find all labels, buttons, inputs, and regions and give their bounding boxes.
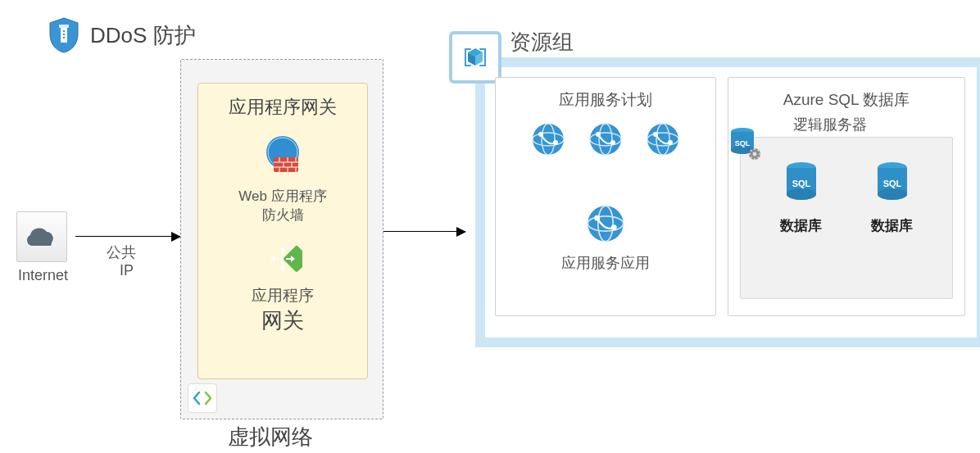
- svg-point-31: [647, 124, 678, 155]
- waf-icon: [198, 133, 367, 182]
- svg-text:SQL: SQL: [735, 139, 751, 147]
- svg-point-2: [63, 30, 65, 32]
- internet-label: Internet: [18, 267, 68, 284]
- database-item: SQL 数据库: [780, 161, 822, 235]
- logical-server-label: 逻辑服务器: [793, 115, 867, 134]
- database-label: 数据库: [871, 216, 913, 235]
- webapp-icon: [531, 122, 565, 156]
- resource-group-badge-icon: [449, 31, 501, 84]
- gateway-label-1: 应用程序: [198, 285, 367, 306]
- webapp-icon: [646, 122, 680, 156]
- app-service-app-icon: [496, 204, 715, 247]
- svg-point-21: [533, 124, 564, 155]
- webapp-row: [496, 122, 715, 156]
- database-item: SQL 数据库: [871, 161, 913, 235]
- resource-group-box: 资源组 应用服务计划 应用服务应用 Azure SQL 数据库: [475, 57, 980, 347]
- database-icon: SQL: [873, 161, 912, 206]
- logical-server-box: SQL 逻辑服务器 SQL 数据库: [740, 137, 953, 299]
- ddos-label: DDoS 防护: [90, 21, 196, 50]
- app-gateway-title: 应用程序网关: [198, 95, 367, 120]
- internet-tile: [16, 211, 67, 262]
- ddos-shield-icon: [48, 16, 80, 57]
- gateway-label-2: 网关: [198, 306, 367, 335]
- svg-point-58: [878, 188, 907, 200]
- webapp-icon: [588, 122, 623, 156]
- public-ip-label-1: 公共: [107, 242, 136, 262]
- sql-title: Azure SQL 数据库: [728, 89, 964, 111]
- waf-label-2: 防火墙: [198, 206, 367, 224]
- app-service-app-label: 应用服务应用: [496, 253, 715, 273]
- vnet-badge-icon: [188, 383, 217, 413]
- arrow-vnet-to-rg: [383, 231, 465, 232]
- svg-point-3: [63, 34, 65, 35]
- plan-title: 应用服务计划: [496, 89, 715, 111]
- app-gateway-box: 应用程序网关 Web 应用程序 防火墙: [197, 83, 368, 379]
- cloud-icon: [24, 224, 60, 249]
- svg-point-36: [588, 206, 623, 241]
- waf-label-1: Web 应用程序: [198, 187, 367, 206]
- svg-line-53: [758, 150, 760, 152]
- azure-sql-box: Azure SQL 数据库 SQL 逻辑服务器: [728, 77, 965, 316]
- app-service-plan-box: 应用服务计划 应用服务应用: [495, 77, 716, 316]
- arrow-internet-to-vnet: [75, 236, 180, 237]
- resource-group-title: 资源组: [510, 28, 574, 57]
- gateway-icon: [198, 239, 367, 282]
- svg-text:SQL: SQL: [792, 179, 810, 188]
- svg-point-55: [787, 188, 816, 200]
- vnet-label: 虚拟网络: [228, 423, 313, 451]
- virtual-network-box: 应用程序网关 Web 应用程序 防火墙: [180, 59, 383, 419]
- svg-rect-1: [59, 25, 69, 28]
- svg-point-26: [590, 124, 621, 155]
- svg-point-4: [63, 37, 65, 39]
- svg-rect-6: [274, 157, 298, 172]
- svg-line-50: [751, 150, 752, 152]
- database-label: 数据库: [780, 216, 822, 235]
- sql-server-icon: SQL: [729, 126, 762, 165]
- svg-line-52: [751, 157, 752, 159]
- database-icon: SQL: [782, 161, 821, 206]
- public-ip-label-2: IP: [120, 262, 134, 279]
- svg-text:SQL: SQL: [882, 179, 901, 188]
- svg-point-45: [753, 152, 757, 156]
- svg-line-51: [758, 157, 760, 159]
